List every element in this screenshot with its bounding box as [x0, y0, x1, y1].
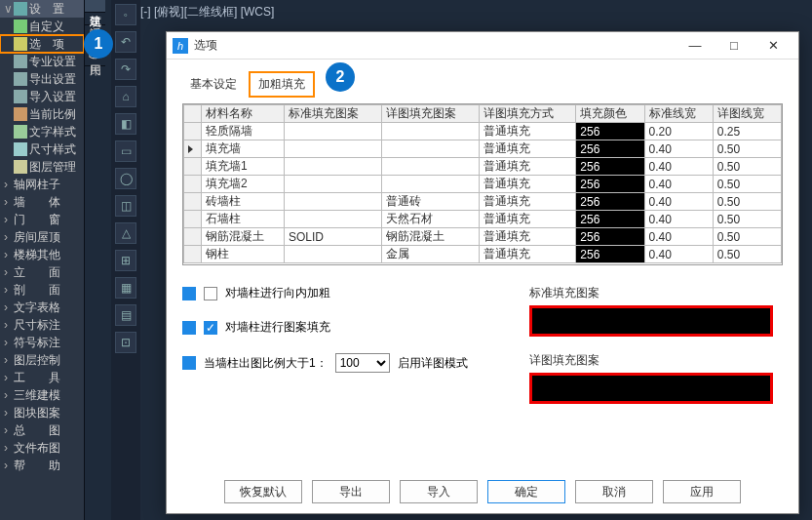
- table-cell[interactable]: [381, 176, 479, 193]
- table-cell[interactable]: 256: [576, 123, 644, 140]
- vertical-tab[interactable]: 建筑: [85, 0, 105, 13]
- sidebar-item[interactable]: ›文字表格: [0, 299, 84, 316]
- tool-button[interactable]: ◧: [115, 113, 136, 135]
- table-cell[interactable]: 钢筋混凝土: [381, 228, 479, 246]
- sidebar-item[interactable]: 当前比例: [0, 105, 84, 123]
- table-cell[interactable]: 0.40: [644, 193, 713, 211]
- tool-button[interactable]: ▦: [115, 277, 136, 299]
- sidebar-item[interactable]: ›楼梯其他: [0, 246, 84, 263]
- table-cell[interactable]: [285, 158, 382, 176]
- apply-button[interactable]: 应用: [663, 480, 741, 503]
- sidebar-item[interactable]: 自定义: [0, 18, 84, 35]
- table-cell[interactable]: 0.40: [644, 228, 713, 246]
- table-row[interactable]: 钢筋混凝土SOLID钢筋混凝土普通填充2560.400.50: [184, 228, 782, 246]
- table-row[interactable]: 填充墙1普通填充2560.400.50: [184, 158, 782, 176]
- table-cell[interactable]: 256: [576, 158, 644, 176]
- table-cell[interactable]: 金属: [381, 246, 479, 263]
- table-cell[interactable]: 天然石材: [381, 211, 479, 228]
- tool-button[interactable]: ⌂: [115, 86, 136, 107]
- table-cell[interactable]: 256: [576, 228, 644, 246]
- table-cell[interactable]: 0.40: [644, 211, 713, 228]
- table-cell[interactable]: 256: [576, 176, 644, 193]
- sidebar-item[interactable]: ›轴网柱子: [0, 176, 84, 193]
- ok-button[interactable]: 确定: [487, 480, 565, 503]
- table-cell[interactable]: SOLID: [285, 228, 382, 246]
- table-cell[interactable]: 0.40: [644, 140, 713, 158]
- table-cell[interactable]: 砖墙柱: [202, 193, 285, 211]
- table-cell[interactable]: 普通填充: [479, 228, 576, 246]
- table-cell[interactable]: 0.50: [713, 158, 781, 176]
- table-cell[interactable]: 普通填充: [479, 176, 576, 193]
- table-cell[interactable]: [285, 211, 382, 228]
- sidebar-item[interactable]: ›剖 面: [0, 281, 84, 299]
- tool-button[interactable]: ◦: [115, 4, 136, 25]
- table-row[interactable]: 轻质隔墙普通填充2560.200.25: [184, 123, 782, 140]
- sidebar-item[interactable]: ›工 具: [0, 369, 84, 386]
- table-cell[interactable]: 0.40: [644, 246, 713, 263]
- table-cell[interactable]: 256: [576, 140, 644, 158]
- table-cell[interactable]: [285, 140, 382, 158]
- table-cell[interactable]: 填充墙1: [202, 158, 285, 176]
- table-cell[interactable]: 钢筋混凝土: [202, 228, 285, 246]
- table-cell[interactable]: 普通填充: [479, 193, 576, 211]
- table-row[interactable]: 填充墙普通填充2560.400.50: [184, 140, 782, 158]
- sidebar-item[interactable]: ›图块图案: [0, 404, 84, 421]
- sidebar-item[interactable]: ›图层控制: [0, 351, 84, 369]
- sidebar-item[interactable]: ›立 面: [0, 263, 84, 281]
- sidebar-item[interactable]: 文字样式: [0, 123, 84, 140]
- table-header[interactable]: 标准填充图案: [285, 105, 382, 123]
- sidebar-item[interactable]: ›文件布图: [0, 439, 84, 457]
- tool-button[interactable]: ⊞: [115, 250, 136, 271]
- sidebar-item[interactable]: ∨设 置: [0, 0, 84, 18]
- table-cell[interactable]: [285, 123, 382, 140]
- table-cell[interactable]: [381, 123, 479, 140]
- table-cell[interactable]: 0.40: [644, 158, 713, 176]
- std-preview-box[interactable]: [529, 305, 773, 337]
- table-row[interactable]: 砖墙柱普通砖普通填充2560.400.50: [184, 193, 782, 211]
- table-cell[interactable]: 256: [576, 211, 644, 228]
- table-cell[interactable]: 普通填充: [479, 246, 576, 263]
- table-cell[interactable]: [381, 158, 479, 176]
- tool-button[interactable]: ◯: [115, 168, 136, 189]
- sidebar-item[interactable]: ›帮 助: [0, 457, 84, 474]
- tool-button[interactable]: ▭: [115, 140, 136, 162]
- table-cell[interactable]: 256: [576, 246, 644, 263]
- sidebar-item[interactable]: 专业设置: [0, 53, 84, 70]
- table-cell[interactable]: 0.50: [713, 176, 781, 193]
- scale-select[interactable]: 100: [335, 353, 390, 373]
- sidebar-item[interactable]: 导入设置: [0, 88, 84, 105]
- tool-button[interactable]: ↷: [115, 59, 136, 80]
- sidebar-item[interactable]: ›墙 体: [0, 193, 84, 211]
- table-cell[interactable]: 填充墙2: [202, 176, 285, 193]
- table-cell[interactable]: 0.40: [644, 176, 713, 193]
- restore-defaults-button[interactable]: 恢复默认: [224, 480, 302, 503]
- close-button[interactable]: ✕: [754, 33, 793, 59]
- table-cell[interactable]: 0.25: [713, 123, 781, 140]
- export-button[interactable]: 导出: [312, 480, 390, 503]
- sidebar-item[interactable]: ›尺寸标注: [0, 316, 84, 334]
- tool-button[interactable]: ↶: [115, 31, 136, 53]
- checkbox-pattern-fill[interactable]: ✓: [204, 321, 217, 335]
- vertical-tab[interactable]: 暖通: [85, 13, 105, 25]
- sidebar-item[interactable]: 选 项: [0, 35, 84, 53]
- table-cell[interactable]: 轻质隔墙: [202, 123, 285, 140]
- table-header[interactable]: 详图填充图案: [381, 105, 479, 123]
- table-cell[interactable]: 石墙柱: [202, 211, 285, 228]
- sidebar-item[interactable]: ›房间屋顶: [0, 228, 84, 246]
- table-cell[interactable]: 普通填充: [479, 140, 576, 158]
- table-cell[interactable]: 填充墙: [202, 140, 285, 158]
- table-cell[interactable]: [381, 140, 479, 158]
- import-button[interactable]: 导入: [400, 480, 478, 503]
- table-cell[interactable]: 钢柱: [202, 246, 285, 263]
- sidebar-item[interactable]: ›总 图: [0, 421, 84, 439]
- table-header[interactable]: 材料名称: [202, 105, 285, 123]
- table-header[interactable]: 详图线宽: [713, 105, 781, 123]
- checkbox-inner-bold[interactable]: [204, 287, 217, 300]
- sidebar-item[interactable]: ›门 窗: [0, 211, 84, 228]
- tab-basic[interactable]: 基本设定: [182, 73, 245, 96]
- table-cell[interactable]: 0.50: [713, 246, 781, 263]
- table-cell[interactable]: 普通填充: [479, 123, 576, 140]
- table-cell[interactable]: [285, 176, 382, 193]
- tool-button[interactable]: ▤: [115, 304, 136, 326]
- table-cell[interactable]: 0.50: [713, 193, 781, 211]
